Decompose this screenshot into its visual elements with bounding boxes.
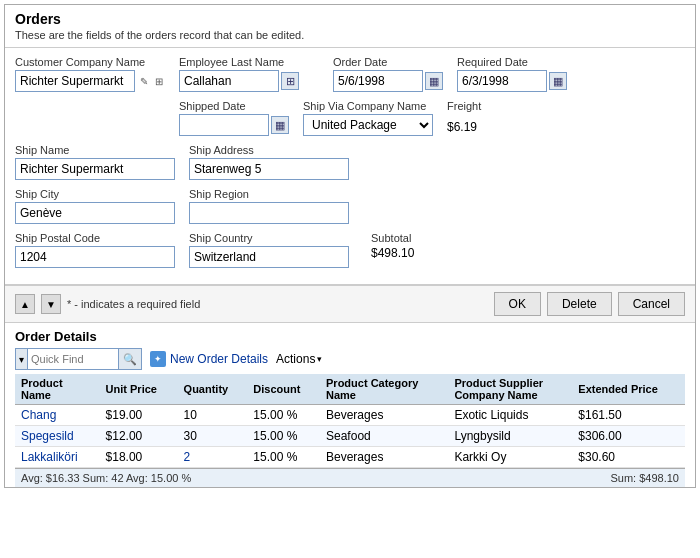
ship-city-label: Ship City [15,188,175,200]
quick-find-wrap: ▾ 🔍 [15,348,142,370]
table-header: ProductName Unit Price Quantity Discount… [15,374,685,405]
required-date-calendar-icon[interactable]: ▦ [549,72,567,90]
col-unit-price: Unit Price [100,374,178,405]
shipped-date-field: Shipped Date ▦ [179,100,289,136]
actions-dropdown[interactable]: Actions ▾ [276,352,322,366]
actions-label: Actions [276,352,315,366]
ship-via-select[interactable]: United Package Federal Shipping Speedy E… [303,114,433,136]
employee-last-input[interactable] [179,70,279,92]
order-date-input[interactable] [333,70,423,92]
cell-category: Beverages [320,447,448,468]
form-row-2: Shipped Date ▦ Ship Via Company Name Uni… [15,100,685,136]
required-date-input[interactable] [457,70,547,92]
navigate-down-button[interactable]: ▼ [41,294,61,314]
form-row-3: Ship Name Ship Address [15,144,685,180]
ship-address-input[interactable] [189,158,349,180]
footer-bar: ▲ ▼ * - indicates a required field OK De… [5,285,695,323]
cell-quantity: 2 [178,447,248,468]
cell-extended-price: $161.50 [572,405,685,426]
ship-city-input[interactable] [15,202,175,224]
cell-category: Beverages [320,405,448,426]
cell-discount: 15.00 % [247,447,320,468]
subtotal-field: Subtotal $498.10 [371,232,414,260]
delete-button[interactable]: Delete [547,292,612,316]
form-row-5: Ship Postal Code Ship Country Subtotal $… [15,232,685,268]
cell-extended-price: $30.60 [572,447,685,468]
form-row-4: Ship City Ship Region [15,188,685,224]
cell-product-name[interactable]: Chang [15,405,100,426]
required-date-label: Required Date [457,56,567,68]
shipped-date-wrap: ▦ [179,114,289,136]
order-date-label: Order Date [333,56,443,68]
freight-value: $6.19 [447,114,481,136]
customer-company-input-wrap: ✎ ⊞ [15,70,165,92]
table-row: Chang $19.00 10 15.00 % Beverages Exotic… [15,405,685,426]
quick-find-arrow[interactable]: ▾ [16,349,28,369]
cell-discount: 15.00 % [247,426,320,447]
cell-quantity: 30 [178,426,248,447]
cell-supplier: Karkki Oy [448,447,572,468]
employee-last-label: Employee Last Name [179,56,319,68]
cell-product-name[interactable]: Spegesild [15,426,100,447]
col-product-name: ProductName [15,374,100,405]
ship-via-field: Ship Via Company Name United Package Fed… [303,100,433,136]
form-area: Customer Company Name ✎ ⊞ Employee Last … [5,48,695,284]
actions-dropdown-arrow: ▾ [317,354,322,364]
cell-discount: 15.00 % [247,405,320,426]
quick-find-input[interactable] [28,353,118,365]
order-date-field: Order Date ▦ [333,56,443,92]
page-title: Orders [15,11,685,27]
customer-company-field: Customer Company Name ✎ ⊞ [15,56,165,92]
ship-region-input[interactable] [189,202,349,224]
ship-country-label: Ship Country [189,232,349,244]
cell-unit-price: $18.00 [100,447,178,468]
navigate-up-button[interactable]: ▲ [15,294,35,314]
cell-unit-price: $12.00 [100,426,178,447]
ok-button[interactable]: OK [494,292,541,316]
ship-name-field: Ship Name [15,144,175,180]
shipped-date-label: Shipped Date [179,100,289,112]
cell-product-name[interactable]: Lakkaliköri [15,447,100,468]
cell-quantity: 10 [178,405,248,426]
footer-right: OK Delete Cancel [494,292,685,316]
required-date-wrap: ▦ [457,70,567,92]
cell-supplier: Lyngbysild [448,426,572,447]
ship-postal-label: Ship Postal Code [15,232,175,244]
summary-right: Sum: $498.10 [611,472,680,484]
col-extended-price: Extended Price [572,374,685,405]
col-discount: Discount [247,374,320,405]
freight-label: Freight [447,100,481,112]
new-order-label: New Order Details [170,352,268,366]
ship-address-label: Ship Address [189,144,349,156]
order-details-title: Order Details [15,329,685,344]
customer-company-input[interactable] [15,70,135,92]
details-toolbar: ▾ 🔍 ✦ New Order Details Actions ▾ [15,348,685,370]
order-details-table: ProductName Unit Price Quantity Discount… [15,374,685,468]
freight-field: Freight $6.19 [447,100,481,136]
ship-name-label: Ship Name [15,144,175,156]
ship-postal-field: Ship Postal Code [15,232,175,268]
search-icon[interactable]: 🔍 [118,349,141,369]
pencil-icon[interactable]: ✎ [137,72,150,90]
ship-name-input[interactable] [15,158,175,180]
cell-category: Seafood [320,426,448,447]
cancel-button[interactable]: Cancel [618,292,685,316]
shipped-date-calendar-icon[interactable]: ▦ [271,116,289,134]
employee-last-wrap: ⊞ [179,70,319,92]
employee-lookup-icon[interactable]: ⊞ [281,72,299,90]
cell-supplier: Exotic Liquids [448,405,572,426]
cell-extended-price: $306.00 [572,426,685,447]
ship-country-input[interactable] [189,246,349,268]
col-supplier-name: Product SupplierCompany Name [448,374,572,405]
ship-region-field: Ship Region [189,188,349,224]
subtotal-value: $498.10 [371,246,414,260]
required-date-field: Required Date ▦ [457,56,567,92]
footer-left: ▲ ▼ * - indicates a required field [15,294,200,314]
table-row: Lakkaliköri $18.00 2 15.00 % Beverages K… [15,447,685,468]
table-row: Spegesild $12.00 30 15.00 % Seafood Lyng… [15,426,685,447]
order-date-calendar-icon[interactable]: ▦ [425,72,443,90]
shipped-date-input[interactable] [179,114,269,136]
new-order-details-button[interactable]: ✦ New Order Details [150,351,268,367]
grid-icon[interactable]: ⊞ [152,72,165,90]
ship-postal-input[interactable] [15,246,175,268]
